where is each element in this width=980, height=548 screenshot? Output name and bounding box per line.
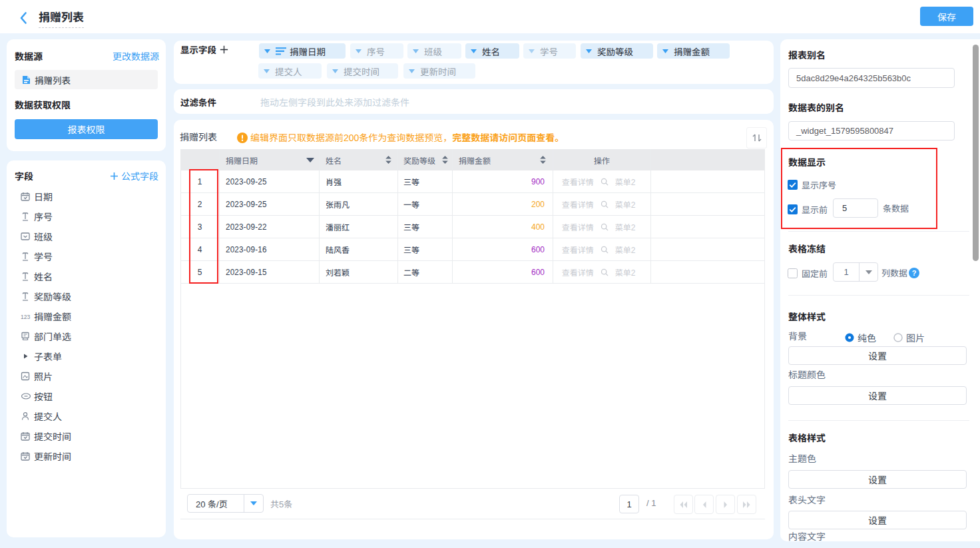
svg-text:123: 123	[21, 314, 30, 320]
svg-text:?: ?	[912, 269, 917, 277]
